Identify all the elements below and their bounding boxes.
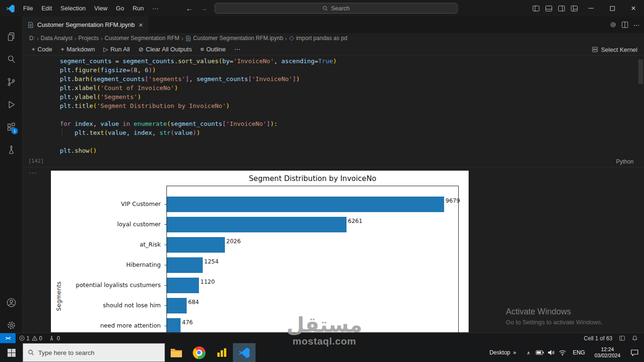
menu-more[interactable]: ··· <box>148 0 163 16</box>
clock-date: 03/02/2024 <box>594 353 620 359</box>
menu-bar: FileEditSelectionViewGoRun··· <box>19 0 163 16</box>
editor-scrollbar[interactable] <box>638 59 643 84</box>
toggle-secondary-sidebar-icon[interactable] <box>555 0 568 16</box>
axis-tick <box>165 204 166 205</box>
speaker-icon[interactable] <box>545 343 557 362</box>
taskbar-file-explorer[interactable] <box>165 343 188 362</box>
chart-value-label: 1254 <box>204 258 219 265</box>
taskbar-vscode-active[interactable] <box>233 343 256 362</box>
maximize-button[interactable] <box>602 0 623 16</box>
cell-language-picker[interactable]: Python <box>616 158 634 165</box>
split-editor-icon[interactable] <box>621 21 628 28</box>
tab-notebook[interactable]: Customer Segmentation RFM.ipynb × <box>23 16 148 33</box>
bell-icon[interactable] <box>628 333 641 344</box>
taskbar-chrome[interactable] <box>188 343 210 362</box>
menu-view[interactable]: View <box>90 0 112 16</box>
breadcrumb-item[interactable]: Customer Segmentation RFM.ipynb <box>185 35 283 41</box>
forward-arrow-icon[interactable]: → <box>200 4 207 12</box>
taskbar-search[interactable]: Type here to search <box>23 343 165 362</box>
code-line[interactable]: plt.ylabel('Segments') <box>60 92 337 101</box>
back-arrow-icon[interactable]: ← <box>186 4 193 12</box>
breadcrumb-item[interactable]: D: <box>29 35 35 41</box>
breadcrumb-item[interactable]: Customer Segmentation RFM <box>105 35 180 41</box>
battery-icon[interactable] <box>534 343 545 362</box>
toolbar-outline[interactable]: ≡Outline <box>196 46 230 53</box>
toolbar-markdown[interactable]: +Markdown <box>57 46 99 53</box>
sidebar-item-source-control[interactable] <box>0 72 23 92</box>
run-settings-gear-icon[interactable] <box>610 21 617 28</box>
problems-indicator[interactable]: 1 0 <box>16 333 45 344</box>
ports-indicator[interactable]: 0 <box>45 333 63 344</box>
output-collapse-indicator[interactable]: ··· <box>29 169 37 176</box>
code-line[interactable]: plt.figure(figsize=(8, 6)) <box>60 66 337 74</box>
chart-bar <box>167 237 225 253</box>
toolbar-run-all[interactable]: ▷Run All <box>99 46 134 53</box>
activate-windows-subtitle: Go to Settings to activate Windows. <box>506 319 603 326</box>
minimize-button[interactable] <box>580 0 602 16</box>
command-center-search[interactable]: Search <box>215 3 458 14</box>
sidebar-item-extensions[interactable]: 1 <box>0 117 23 137</box>
breadcrumb-item[interactable]: import pandas as pd <box>289 35 347 41</box>
sidebar-item-testing[interactable] <box>0 140 23 160</box>
customize-layout-icon[interactable] <box>568 0 580 16</box>
cell-indicator[interactable]: Cell 1 of 63 <box>580 333 616 344</box>
editor-layout-icon[interactable] <box>616 333 628 344</box>
close-button[interactable]: × <box>623 0 644 16</box>
code-line[interactable]: plt.title('Segment Distribution by Invoi… <box>60 101 337 110</box>
settings-gear-icon[interactable] <box>0 315 23 335</box>
sidebar-item-run-debug[interactable] <box>0 95 23 115</box>
vscode-logo-icon[interactable] <box>6 4 15 13</box>
network-icon[interactable] <box>557 343 568 362</box>
hidden-icons-chevron[interactable]: ∧ <box>523 343 534 362</box>
code-line[interactable] <box>60 137 337 146</box>
radio-tower-icon <box>49 335 55 341</box>
code-line[interactable]: plt.show() <box>60 146 337 155</box>
action-center-icon[interactable] <box>625 343 644 362</box>
clock-time: 12:24 <box>594 346 620 353</box>
cell-code-editor[interactable]: segment_counts = segment_counts.sort_val… <box>60 57 337 155</box>
sidebar-item-search[interactable] <box>0 49 23 69</box>
more-actions-icon[interactable]: ⋯ <box>633 21 640 29</box>
axis-tick <box>165 285 166 286</box>
desktop-chevron-icon[interactable]: » <box>513 349 516 356</box>
menu-go[interactable]: Go <box>112 0 128 16</box>
toolbar-more-actions[interactable]: ⋯ <box>230 46 245 53</box>
outline-icon: ≡ <box>200 46 204 53</box>
language-indicator[interactable]: ENG <box>568 349 590 356</box>
desktop-toolbar[interactable]: Desktop » <box>489 349 523 356</box>
taskbar-powerbi[interactable] <box>210 343 233 362</box>
breadcrumb-item[interactable]: Projects <box>78 35 99 41</box>
code-line[interactable]: segment_counts = segment_counts.sort_val… <box>60 57 337 66</box>
chrome-icon <box>193 346 206 359</box>
chart-bar <box>167 197 444 212</box>
toggle-panel-icon[interactable] <box>542 0 555 16</box>
toolbar-code[interactable]: +Code <box>27 46 57 53</box>
code-line[interactable] <box>60 110 337 119</box>
toggle-sidebar-icon[interactable] <box>529 0 542 16</box>
breadcrumb-separator: › <box>37 35 39 42</box>
breadcrumb-separator: › <box>285 35 287 42</box>
code-line[interactable]: plt.xlabel('Count of InvoiceNo') <box>60 83 337 92</box>
taskbar-clock[interactable]: 12:24 03/02/2024 <box>590 346 625 359</box>
code-line[interactable]: plt.barh(segment_counts['segments'], seg… <box>60 74 337 83</box>
menu-selection[interactable]: Selection <box>56 0 90 16</box>
menu-file[interactable]: File <box>19 0 37 16</box>
tab-close-icon[interactable]: × <box>139 21 143 29</box>
chart-category-label: should not lose him <box>51 302 161 309</box>
warning-count: 0 <box>39 335 42 342</box>
menu-edit[interactable]: Edit <box>37 0 56 16</box>
code-line[interactable]: for index, value in enumerate(segment_co… <box>60 119 337 128</box>
search-highlight-image[interactable] <box>143 344 165 362</box>
accounts-icon[interactable] <box>0 293 23 313</box>
sidebar-item-explorer[interactable] <box>0 27 23 47</box>
code-line[interactable]: plt.text(value, index, str(value)) <box>60 128 337 137</box>
chart-category-label: potential loyalists custumers <box>51 281 161 289</box>
start-button[interactable] <box>0 343 23 362</box>
toolbar-clear-all-outputs[interactable]: ⊘Clear All Outputs <box>134 46 196 53</box>
select-kernel-button[interactable]: Select Kernel <box>592 43 637 56</box>
breadcrumb-item[interactable]: Data Analyst <box>41 35 72 41</box>
menu-run[interactable]: Run <box>128 0 148 16</box>
chart-bar <box>167 298 187 313</box>
remote-indicator[interactable]: >< <box>0 333 16 344</box>
desktop-label: Desktop <box>489 349 510 356</box>
